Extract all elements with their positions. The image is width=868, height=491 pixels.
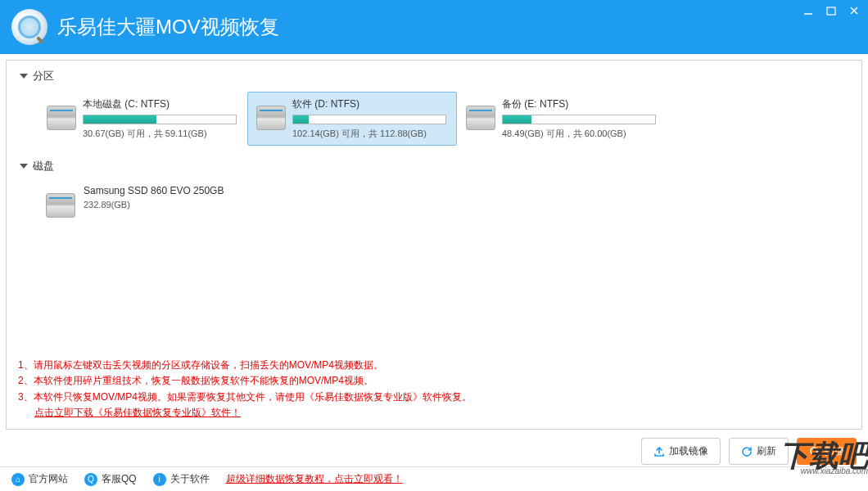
drive-e[interactable]: 备份 (E: NTFS) 48.49(GB) 可用，共 60.00(GB) bbox=[457, 92, 667, 146]
refresh-button[interactable]: 刷新 bbox=[729, 438, 789, 465]
main-panel: 分区 本地磁盘 (C: NTFS) 30.67(GB) 可用，共 59.11(G… bbox=[6, 60, 862, 430]
disk-size: 232.89(GB) bbox=[84, 200, 239, 209]
disk-icon bbox=[46, 193, 75, 218]
instruction-line-2: 2、本软件使用碎片重组技术，恢复一般数据恢复软件不能恢复的MOV/MP4视频。 bbox=[18, 373, 850, 389]
info-icon: i bbox=[153, 473, 166, 486]
drive-info: 本地磁盘 (C: NTFS) 30.67(GB) 可用，共 59.11(GB) bbox=[83, 97, 238, 140]
usage-bar bbox=[292, 115, 446, 124]
drive-icon bbox=[466, 106, 495, 130]
svg-rect-1 bbox=[827, 7, 835, 15]
footer: ⌂ 官方网站 Q 客服QQ i 关于软件 超级详细数据恢复教程，点击立即观看！ bbox=[0, 466, 868, 491]
drive-info: 软件 (D: NTFS) 102.14(GB) 可用，共 112.88(GB) bbox=[292, 97, 448, 140]
usage-bar bbox=[83, 115, 237, 124]
refresh-icon bbox=[741, 446, 753, 457]
disk-section: 磁盘 Samsung SSD 860 EVO 250GB 232.89(GB) bbox=[20, 159, 848, 221]
drive-c[interactable]: 本地磁盘 (C: NTFS) 30.67(GB) 可用，共 59.11(GB) bbox=[38, 92, 247, 146]
minimize-button[interactable] bbox=[802, 5, 814, 16]
disk-header[interactable]: 磁盘 bbox=[20, 159, 848, 173]
download-pro-link[interactable]: 点击立即下载《乐易佳数据恢复专业版》软件！ bbox=[18, 405, 850, 421]
support-qq-link[interactable]: Q 客服QQ bbox=[84, 472, 137, 486]
disk-label-text: Samsung SSD 860 EVO 250GB bbox=[84, 185, 239, 196]
partition-items: 本地磁盘 (C: NTFS) 30.67(GB) 可用，共 59.11(GB) … bbox=[20, 92, 848, 146]
tutorial-link[interactable]: 超级详细数据恢复教程，点击立即观看！ bbox=[226, 472, 403, 486]
official-site-label: 官方网站 bbox=[29, 472, 68, 486]
app-title: 乐易佳大疆MOV视频恢复 bbox=[57, 14, 279, 40]
qq-icon: Q bbox=[84, 473, 97, 486]
partition-label: 分区 bbox=[33, 69, 54, 83]
drive-icon bbox=[256, 106, 286, 130]
drive-stats: 102.14(GB) 可用，共 112.88(GB) bbox=[292, 128, 448, 140]
collapse-icon bbox=[20, 74, 28, 79]
app-logo-icon bbox=[11, 9, 47, 45]
upload-icon bbox=[653, 446, 665, 457]
refresh-label: 刷新 bbox=[757, 444, 776, 458]
drive-label: 备份 (E: NTFS) bbox=[502, 97, 658, 111]
home-icon: ⌂ bbox=[11, 473, 25, 486]
drive-label: 本地磁盘 (C: NTFS) bbox=[83, 97, 238, 111]
partition-header[interactable]: 分区 bbox=[20, 69, 848, 83]
drive-stats: 48.49(GB) 可用，共 60.00(GB) bbox=[502, 128, 658, 140]
official-site-link[interactable]: ⌂ 官方网站 bbox=[11, 472, 68, 486]
support-qq-label: 客服QQ bbox=[102, 472, 137, 486]
drive-stats: 30.67(GB) 可用，共 59.11(GB) bbox=[83, 128, 238, 140]
about-label: 关于软件 bbox=[170, 472, 210, 486]
instruction-line-3: 3、本软件只恢复MOV/MP4视频。如果需要恢复其他文件，请使用《乐易佳数据恢复… bbox=[18, 390, 850, 405]
maximize-button[interactable] bbox=[825, 5, 837, 16]
drive-d[interactable]: 软件 (D: NTFS) 102.14(GB) 可用，共 112.88(GB) bbox=[247, 92, 457, 146]
load-image-button[interactable]: 加载镜像 bbox=[641, 438, 721, 465]
scan-button[interactable]: 扫描 bbox=[797, 438, 857, 465]
app-header: 乐易佳大疆MOV视频恢复 bbox=[0, 0, 868, 54]
disk-0[interactable]: Samsung SSD 860 EVO 250GB 232.89(GB) bbox=[38, 182, 247, 221]
partition-section: 分区 本地磁盘 (C: NTFS) 30.67(GB) 可用，共 59.11(G… bbox=[20, 69, 848, 146]
drive-info: 备份 (E: NTFS) 48.49(GB) 可用，共 60.00(GB) bbox=[502, 97, 658, 140]
window-controls bbox=[802, 5, 860, 16]
instruction-line-1: 1、请用鼠标左键双击丢失视频的分区或存储设备，扫描丢失的MOV/MP4视频数据。 bbox=[18, 358, 850, 373]
instructions: 1、请用鼠标左键双击丢失视频的分区或存储设备，扫描丢失的MOV/MP4视频数据。… bbox=[18, 358, 850, 421]
about-link[interactable]: i 关于软件 bbox=[153, 472, 210, 486]
close-button[interactable] bbox=[848, 5, 860, 16]
usage-bar bbox=[502, 115, 656, 124]
load-image-label: 加载镜像 bbox=[669, 444, 708, 458]
scan-label: 扫描 bbox=[825, 444, 844, 458]
svg-point-4 bbox=[811, 448, 817, 454]
drive-icon bbox=[47, 106, 76, 130]
drive-label: 软件 (D: NTFS) bbox=[292, 97, 448, 111]
disk-label: 磁盘 bbox=[33, 159, 54, 173]
search-icon bbox=[809, 446, 821, 457]
collapse-icon bbox=[20, 164, 28, 169]
svg-line-5 bbox=[816, 453, 819, 456]
disk-info: Samsung SSD 860 EVO 250GB 232.89(GB) bbox=[84, 185, 239, 218]
disk-items: Samsung SSD 860 EVO 250GB 232.89(GB) bbox=[20, 182, 848, 221]
action-toolbar: 加载镜像 刷新 扫描 bbox=[641, 438, 857, 465]
